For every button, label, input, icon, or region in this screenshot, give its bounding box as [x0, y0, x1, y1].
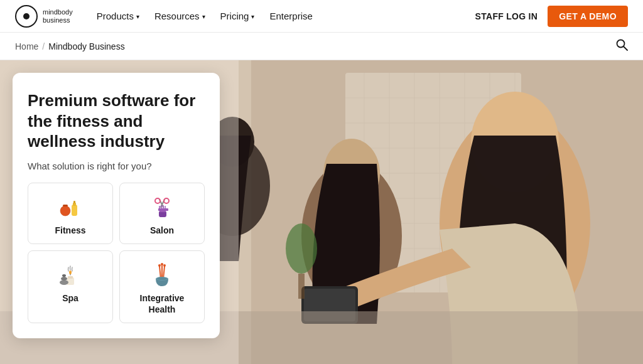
svg-rect-37	[73, 201, 75, 203]
nav-products[interactable]: Products ▾	[90, 7, 146, 25]
svg-point-54	[61, 277, 67, 281]
integrative-health-card[interactable]: Integrative Health	[119, 250, 205, 323]
svg-point-60	[161, 263, 163, 265]
spa-label: Spa	[62, 292, 78, 304]
nav-enterprise[interactable]: Enterprise	[263, 7, 318, 25]
navbar: mindbody business Products ▾ Resources ▾…	[0, 0, 643, 33]
integrative-health-icon	[148, 260, 176, 287]
svg-point-28	[286, 223, 317, 274]
breadcrumb-home[interactable]: Home	[15, 41, 38, 51]
hero-subtitle: What solution is right for you?	[28, 161, 205, 171]
breadcrumb-separator: /	[42, 41, 45, 51]
hero-title: Premium software for the fitness and wel…	[28, 90, 205, 152]
svg-point-0	[617, 40, 625, 48]
svg-point-53	[60, 280, 68, 285]
nav-right: STAFF LOG IN GET A DEMO	[475, 6, 628, 27]
svg-rect-50	[68, 276, 73, 279]
nav-resources[interactable]: Resources ▾	[148, 7, 212, 25]
solution-card-grid: Fitness	[28, 183, 205, 324]
logo-text: mindbody business	[43, 8, 73, 23]
chevron-down-icon: ▾	[251, 13, 254, 20]
svg-rect-35	[72, 205, 77, 216]
spa-card[interactable]: Spa	[28, 250, 113, 323]
breadcrumb-current: Mindbody Business	[48, 41, 124, 51]
svg-point-41	[164, 198, 169, 203]
logo-inner-icon	[23, 13, 30, 19]
svg-point-63	[157, 277, 167, 280]
breadcrumb-bar: Home / Mindbody Business	[0, 33, 643, 60]
logo-circle-icon	[15, 5, 38, 28]
salon-icon	[148, 192, 176, 220]
nav-pricing[interactable]: Pricing ▾	[214, 7, 261, 25]
svg-point-61	[163, 264, 166, 267]
svg-line-1	[624, 47, 628, 51]
svg-line-58	[163, 266, 165, 279]
salon-label: Salon	[150, 225, 174, 236]
svg-point-55	[62, 274, 66, 277]
chevron-down-icon: ▾	[202, 13, 205, 20]
svg-rect-29	[298, 274, 305, 299]
svg-line-56	[159, 266, 161, 279]
svg-rect-48	[159, 210, 166, 212]
fitness-card[interactable]: Fitness	[28, 183, 113, 244]
svg-point-52	[69, 270, 72, 274]
nav-left: mindbody business Products ▾ Resources ▾…	[15, 5, 319, 28]
hero-section: Premium software for the fitness and wel…	[0, 60, 643, 364]
spa-icon	[57, 260, 84, 287]
fitness-label: Fitness	[55, 225, 85, 236]
svg-rect-34	[63, 205, 68, 206]
fitness-icon	[57, 192, 84, 220]
logo[interactable]: mindbody business	[15, 5, 73, 28]
nav-items: Products ▾ Resources ▾ Pricing ▾ Enterpr…	[90, 7, 319, 25]
get-demo-button[interactable]: GET A DEMO	[548, 6, 628, 27]
breadcrumb: Home / Mindbody Business	[15, 41, 125, 51]
salon-card[interactable]: Salon	[119, 183, 205, 244]
search-icon[interactable]	[615, 38, 628, 54]
integrative-health-label: Integrative Health	[126, 292, 198, 315]
svg-point-40	[155, 198, 160, 203]
hero-card: Premium software for the fitness and wel…	[13, 73, 220, 338]
staff-login-link[interactable]: STAFF LOG IN	[475, 11, 538, 21]
chevron-down-icon: ▾	[136, 13, 139, 20]
svg-point-59	[158, 264, 161, 267]
